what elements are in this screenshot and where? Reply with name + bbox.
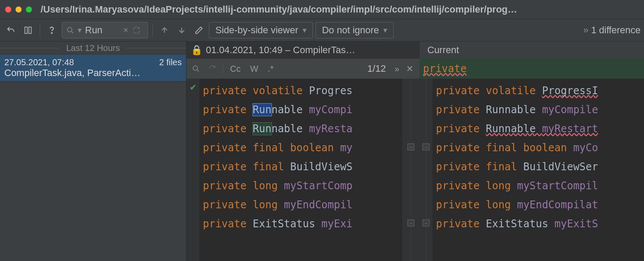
history-file-count: 2 files: [159, 57, 182, 67]
separator: [40, 24, 40, 36]
viewer-mode-dropdown[interactable]: Side-by-side viewer ▾: [209, 22, 313, 38]
chevron-down-icon: ▾: [303, 25, 306, 35]
svg-line-4: [71, 31, 73, 33]
next-diff-icon[interactable]: [174, 23, 189, 38]
svg-rect-1: [29, 27, 32, 33]
window-title-path: /Users/Irina.Maryasova/IdeaProjects/inte…: [41, 4, 639, 15]
history-timestamp: 27.05.2021, 07:48: [4, 57, 74, 67]
chevron-down-icon: ▾: [383, 25, 387, 35]
diff-area: 🔒 01.04.2021, 10:49 – CompilerTas… Curre…: [186, 41, 644, 261]
code-line[interactable]: private long myEndCompilat: [436, 195, 644, 214]
fold-marker[interactable]: –: [423, 220, 429, 226]
code-line[interactable]: private ExitStatus myExi: [203, 214, 402, 233]
mid-gutter: – –: [402, 79, 420, 261]
find-count: 1/12: [367, 63, 386, 74]
inspection-ok-icon: ✔: [186, 82, 199, 92]
close-window-button[interactable]: [5, 6, 11, 13]
maximize-window-button[interactable]: [26, 6, 32, 13]
fold-marker[interactable]: –: [407, 220, 414, 226]
svg-rect-0: [25, 27, 28, 33]
whitespace-label: Do not ignore: [322, 25, 379, 36]
help-icon[interactable]: [44, 23, 59, 38]
match-case-toggle[interactable]: Cc: [227, 63, 243, 75]
window-controls: [5, 6, 32, 13]
svg-point-3: [67, 27, 72, 32]
titlebar: /Users/Irina.Maryasova/IdeaProjects/inte…: [0, 0, 644, 19]
diff-count-label: 1 difference: [591, 25, 641, 36]
right-header-line: private: [420, 59, 644, 79]
search-input[interactable]: ▾ ✕: [62, 22, 148, 38]
history-item[interactable]: 27.05.2021, 07:48 2 files CompilerTask.j…: [0, 55, 186, 82]
code-line[interactable]: private volatile ProgressI: [436, 81, 644, 100]
find-close-icon[interactable]: ✕: [404, 64, 416, 74]
undo-icon[interactable]: [3, 23, 18, 38]
minimize-window-button[interactable]: [16, 6, 22, 13]
more-actions-icon[interactable]: »: [583, 25, 588, 36]
main-toolbar: ▾ ✕ Side-by-side viewer ▾ Do not ignore …: [0, 19, 644, 41]
code-line[interactable]: private long myStartComp: [203, 176, 402, 195]
find-bar: Cc W .* 1/12 » ✕: [186, 59, 420, 79]
search-field[interactable]: [85, 25, 120, 36]
fold-marker[interactable]: –: [423, 143, 429, 150]
chevron-down-icon[interactable]: ▾: [78, 25, 82, 35]
regex-toggle[interactable]: .*: [265, 63, 276, 75]
fold-marker[interactable]: –: [407, 143, 414, 150]
left-gutter: ✔: [186, 79, 199, 261]
code-line[interactable]: private Runnable myRestart: [436, 119, 644, 138]
code-line[interactable]: private long myEndCompil: [203, 195, 402, 214]
history-files: CompilerTask.java, ParserActi…: [4, 67, 182, 79]
code-line[interactable]: private ExitStatus myExitS: [436, 214, 644, 233]
code-line[interactable]: private long myStartCompil: [436, 176, 644, 195]
diff-left-tab[interactable]: 🔒 01.04.2021, 10:49 – CompilerTas…: [186, 41, 420, 59]
prev-diff-icon[interactable]: [157, 23, 172, 38]
find-search-icon[interactable]: [190, 65, 202, 73]
whitespace-dropdown[interactable]: Do not ignore ▾: [316, 22, 394, 38]
code-line[interactable]: private final BuildViewSer: [436, 157, 644, 176]
code-line[interactable]: private Runnable myCompi: [203, 100, 402, 119]
code-line[interactable]: private Runnable myResta: [203, 119, 402, 138]
code-line[interactable]: private volatile Progres: [203, 81, 402, 100]
right-code-pane[interactable]: private volatile ProgressIprivate Runnab…: [432, 79, 644, 261]
diff-right-tab[interactable]: Current: [420, 41, 644, 59]
diff-left-label: 01.04.2021, 10:49 – CompilerTas…: [206, 45, 355, 56]
separator: [152, 24, 153, 36]
right-gutter-left: – –: [420, 79, 432, 261]
svg-line-8: [197, 70, 199, 72]
left-code-pane[interactable]: private volatile Progresprivate Runnable…: [199, 79, 402, 261]
find-more-icon[interactable]: »: [395, 64, 399, 74]
lock-icon: 🔒: [191, 45, 202, 56]
words-toggle[interactable]: W: [247, 63, 261, 75]
history-group-label: Last 12 Hours: [63, 43, 123, 53]
code-line[interactable]: private final boolean my: [203, 138, 402, 157]
history-sidebar: Last 12 Hours 27.05.2021, 07:48 2 files …: [0, 41, 186, 261]
code-line[interactable]: private final BuildViewS: [203, 157, 402, 176]
history-group-header: Last 12 Hours: [0, 41, 186, 55]
svg-point-2: [51, 32, 52, 33]
code-line[interactable]: private Runnable myCompile: [436, 100, 644, 119]
viewer-mode-label: Side-by-side viewer: [215, 25, 298, 36]
diff-right-label: Current: [427, 45, 459, 56]
diff-settings-icon[interactable]: [21, 23, 35, 38]
search-icon: [66, 26, 74, 34]
diff-header: 🔒 01.04.2021, 10:49 – CompilerTas… Curre…: [186, 41, 644, 59]
code-line[interactable]: private final boolean myCo: [436, 138, 644, 157]
clear-search-icon[interactable]: ✕: [123, 26, 129, 34]
refresh-icon[interactable]: [132, 26, 141, 35]
find-refresh-icon[interactable]: [206, 65, 218, 73]
right-header-text: private: [423, 63, 467, 75]
svg-point-7: [193, 66, 198, 70]
edit-icon[interactable]: [192, 23, 206, 38]
